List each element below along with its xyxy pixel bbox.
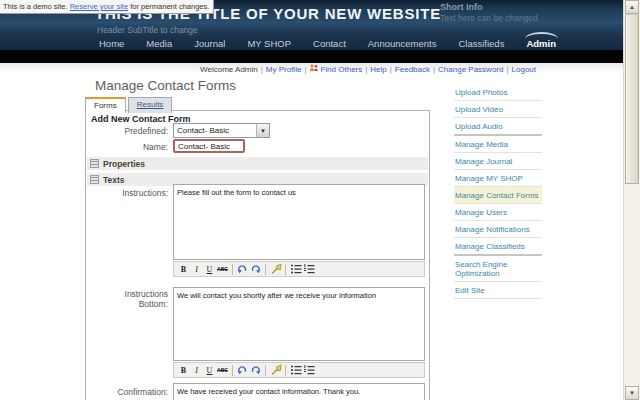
bullet-list-icon[interactable] xyxy=(289,364,302,377)
sidebar-item-manage-classifieds[interactable]: Manage Classifieds xyxy=(454,238,542,256)
toolbar-separator xyxy=(265,365,266,376)
undo-icon[interactable] xyxy=(236,263,249,276)
underline-button[interactable]: U xyxy=(203,263,216,276)
tab-strip: Forms Results xyxy=(85,97,172,113)
vertical-scrollbar[interactable]: ▲ ▼ xyxy=(623,0,640,400)
editor-toolbar: B I U ABC xyxy=(173,261,425,277)
confirmation-label: Confirmation: xyxy=(86,387,168,397)
short-info-text: Text here can be changed. xyxy=(440,13,540,23)
short-info-title: Short Info xyxy=(440,2,540,12)
instructions-bottom-label: Instructions Bottom: xyxy=(108,289,168,309)
user-bar: Welcome Admin | My Profile | Find Others… xyxy=(200,64,536,74)
instructions-editor[interactable]: Please fill out the form to contact us xyxy=(173,184,425,260)
sidebar-item-manage-contact-forms[interactable]: Manage Contact Forms xyxy=(454,187,542,204)
short-info: Short Info Text here can be changed. xyxy=(440,2,540,23)
toolbar-separator xyxy=(265,264,266,275)
texts-section-label: Texts xyxy=(103,175,125,185)
header-divider-bar xyxy=(0,50,640,63)
name-input[interactable] xyxy=(173,139,245,153)
numbered-list-icon[interactable] xyxy=(302,263,315,276)
toolbar-separator xyxy=(232,264,233,275)
redo-icon[interactable] xyxy=(249,263,262,276)
instructions-label: Instructions: xyxy=(86,188,168,198)
bold-button[interactable]: B xyxy=(177,263,190,276)
name-label: Name: xyxy=(86,142,168,152)
underline-button[interactable]: U xyxy=(203,364,216,377)
separator: | xyxy=(433,65,435,74)
sidebar-item-manage-myshop[interactable]: Manage MY SHOP xyxy=(454,170,542,187)
sidebar-item-upload-photos[interactable]: Upload Photos xyxy=(454,84,542,101)
scroll-down-arrow[interactable]: ▼ xyxy=(625,386,639,400)
welcome-text: Welcome Admin xyxy=(200,65,258,74)
tab-forms[interactable]: Forms xyxy=(85,97,126,113)
demo-notice-prefix: This is a demo site. xyxy=(3,2,70,11)
separator: | xyxy=(506,65,508,74)
my-profile-link[interactable]: My Profile xyxy=(266,65,302,74)
separator: | xyxy=(390,65,392,74)
cleanup-brush-icon[interactable] xyxy=(269,263,282,276)
scroll-up-arrow[interactable]: ▲ xyxy=(625,0,639,14)
scrollbar-thumb[interactable] xyxy=(625,14,639,184)
predefined-label: Predefined: xyxy=(86,126,168,136)
demo-notice: This is a demo site. Reserve your site f… xyxy=(0,0,214,14)
collapse-toggle-icon[interactable] xyxy=(90,159,99,168)
separator: | xyxy=(261,65,263,74)
demo-notice-suffix: for permanent changes. xyxy=(128,2,209,11)
separator: | xyxy=(365,65,367,74)
dropdown-arrow-icon[interactable]: ▼ xyxy=(256,124,269,137)
logout-link[interactable]: Logout xyxy=(512,65,536,74)
admin-sidebar: Upload Photos Upload Video Upload Audio … xyxy=(454,84,542,299)
bullet-list-icon[interactable] xyxy=(289,263,302,276)
instructions-bottom-editor[interactable]: We will contact you shortly after we rec… xyxy=(173,287,425,361)
strikethrough-button[interactable]: ABC xyxy=(216,263,229,276)
change-password-link[interactable]: Change Password xyxy=(438,65,503,74)
sidebar-item-manage-notifications[interactable]: Manage Notifications xyxy=(454,221,542,238)
bold-button[interactable]: B xyxy=(177,364,190,377)
italic-button[interactable]: I xyxy=(190,263,203,276)
properties-section-label: Properties xyxy=(103,159,145,169)
sidebar-item-upload-video[interactable]: Upload Video xyxy=(454,101,542,118)
sidebar-item-manage-media[interactable]: Manage Media xyxy=(454,136,542,153)
toolbar-separator xyxy=(232,365,233,376)
toolbar-separator xyxy=(285,365,286,376)
sidebar-item-edit-site[interactable]: Edit Site xyxy=(454,282,542,299)
separator: | xyxy=(304,65,306,74)
collapse-toggle-icon[interactable] xyxy=(90,175,99,184)
contact-forms-panel: Add New Contact Form Predefined: Contact… xyxy=(85,110,430,400)
page-title: Manage Contact Forms xyxy=(95,78,236,93)
people-icon xyxy=(309,64,319,74)
numbered-list-icon[interactable] xyxy=(302,364,315,377)
tab-results[interactable]: Results xyxy=(128,97,173,113)
predefined-select[interactable]: Contact- Basic ▼ xyxy=(173,123,270,138)
strikethrough-button[interactable]: ABC xyxy=(216,364,229,377)
predefined-selected-value: Contact- Basic xyxy=(174,126,256,135)
italic-button[interactable]: I xyxy=(190,364,203,377)
feedback-link[interactable]: Feedback xyxy=(395,65,430,74)
site-subtitle: Header SubTitle to change xyxy=(97,25,198,35)
confirmation-editor[interactable]: We have received your contact informatio… xyxy=(173,383,425,400)
sidebar-item-seo[interactable]: Search Engine Optimization xyxy=(454,256,542,282)
reserve-site-link[interactable]: Reserve your site xyxy=(70,2,128,11)
undo-icon[interactable] xyxy=(236,364,249,377)
sidebar-item-manage-users[interactable]: Manage Users xyxy=(454,204,542,221)
sidebar-item-manage-journal[interactable]: Manage Journal xyxy=(454,153,542,170)
editor-toolbar: B I U ABC xyxy=(173,362,425,378)
toolbar-separator xyxy=(285,264,286,275)
redo-icon[interactable] xyxy=(249,364,262,377)
help-link[interactable]: Help xyxy=(370,65,386,74)
cleanup-brush-icon[interactable] xyxy=(269,364,282,377)
find-others-link[interactable]: Find Others xyxy=(320,65,362,74)
properties-section-toggle[interactable]: Properties xyxy=(87,157,428,170)
sidebar-item-upload-audio[interactable]: Upload Audio xyxy=(454,118,542,136)
